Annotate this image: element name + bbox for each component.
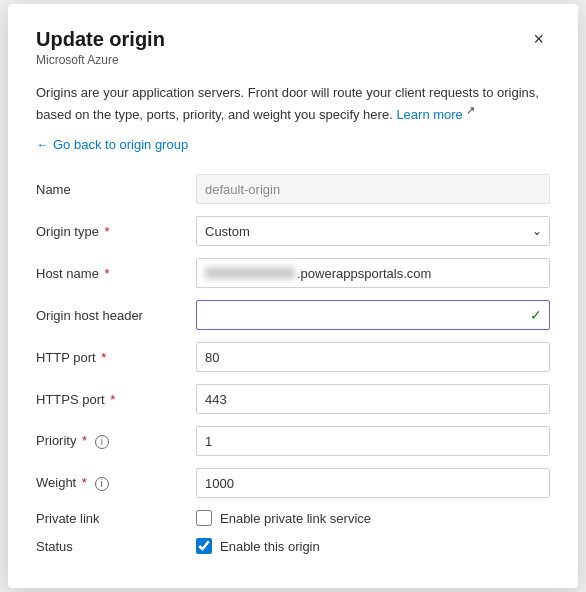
origin-type-select-wrapper: Custom App Service Storage Cloud Service… [196, 216, 550, 246]
weight-label: Weight [36, 475, 76, 490]
origin-host-header-row: Origin host header ✓ [36, 294, 550, 336]
priority-input[interactable] [196, 426, 550, 456]
weight-row: Weight * i [36, 462, 550, 504]
host-blur [205, 267, 295, 279]
host-name-field[interactable]: .powerappsportals.com [196, 258, 550, 288]
dialog-header: Update origin Microsoft Azure × [36, 28, 550, 67]
name-row: Name [36, 168, 550, 210]
http-port-row: HTTP port * [36, 336, 550, 378]
private-link-checkbox[interactable] [196, 510, 212, 526]
origin-type-row: Origin type * Custom App Service Storage… [36, 210, 550, 252]
http-port-input[interactable] [196, 342, 550, 372]
priority-info-icon[interactable]: i [95, 435, 109, 449]
name-label: Name [36, 182, 71, 197]
origin-type-select[interactable]: Custom App Service Storage Cloud Service [196, 216, 550, 246]
dialog-subtitle: Microsoft Azure [36, 53, 165, 67]
status-row: Status Enable this origin [36, 532, 550, 560]
weight-input[interactable] [196, 468, 550, 498]
origin-type-label: Origin type [36, 224, 99, 239]
host-name-suffix: .powerappsportals.com [297, 266, 431, 281]
back-to-origin-group-link[interactable]: ← Go back to origin group [36, 137, 188, 152]
dialog-description: Origins are your application servers. Fr… [36, 83, 550, 125]
close-button[interactable]: × [527, 28, 550, 50]
private-link-checkbox-label[interactable]: Enable private link service [220, 511, 371, 526]
status-checkbox[interactable] [196, 538, 212, 554]
name-input[interactable] [196, 174, 550, 204]
priority-required: * [82, 433, 87, 448]
https-port-input[interactable] [196, 384, 550, 414]
weight-info-icon[interactable]: i [95, 477, 109, 491]
back-arrow-icon: ← [36, 137, 49, 152]
https-port-required: * [110, 392, 115, 407]
weight-required: * [82, 475, 87, 490]
private-link-label: Private link [36, 511, 100, 526]
private-link-checkbox-row: Enable private link service [196, 510, 550, 526]
host-name-required: * [105, 266, 110, 281]
learn-more-link[interactable]: Learn more [396, 108, 462, 123]
origin-host-header-input[interactable] [196, 300, 550, 330]
update-origin-dialog: Update origin Microsoft Azure × Origins … [8, 4, 578, 588]
https-port-label: HTTPS port [36, 392, 105, 407]
origin-host-header-label: Origin host header [36, 308, 143, 323]
https-port-row: HTTPS port * [36, 378, 550, 420]
host-name-label: Host name [36, 266, 99, 281]
http-port-required: * [101, 350, 106, 365]
status-label: Status [36, 539, 73, 554]
status-checkbox-row: Enable this origin [196, 538, 550, 554]
origin-type-required: * [105, 224, 110, 239]
priority-label: Priority [36, 433, 76, 448]
dialog-title-group: Update origin Microsoft Azure [36, 28, 165, 67]
dialog-title: Update origin [36, 28, 165, 51]
host-name-row: Host name * .powerappsportals.com [36, 252, 550, 294]
private-link-row: Private link Enable private link service [36, 504, 550, 532]
http-port-label: HTTP port [36, 350, 96, 365]
form-table: Name Origin type * Custom App Service [36, 168, 550, 560]
origin-host-header-wrapper: ✓ [196, 300, 550, 330]
status-checkbox-label[interactable]: Enable this origin [220, 539, 320, 554]
priority-row: Priority * i [36, 420, 550, 462]
